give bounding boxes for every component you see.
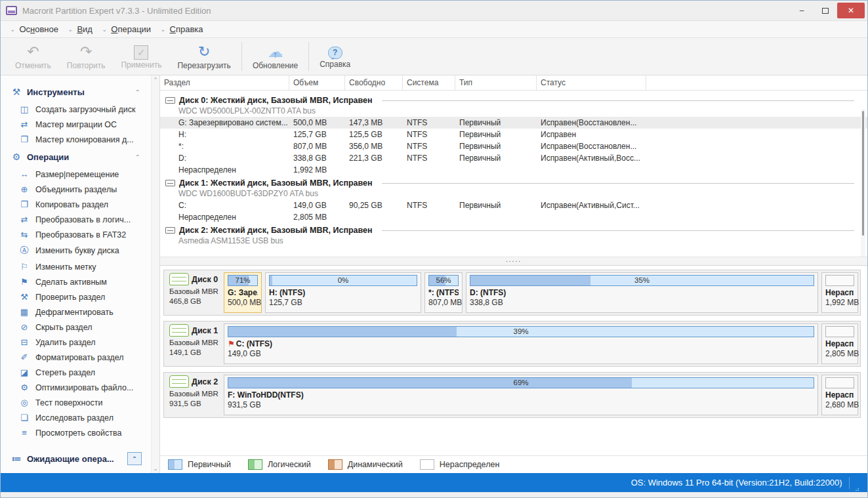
close-button[interactable]: ✕ (837, 3, 865, 18)
sidebar-item[interactable]: ❐Мастер клонирования д... (10, 132, 151, 147)
chevron-up-icon[interactable]: ⌃ (135, 154, 140, 161)
menu-1-item[interactable]: ⌄Основное (9, 24, 65, 34)
resize-grip[interactable]: ⣠ (855, 484, 859, 491)
sidebar-item[interactable]: ▦Дефрагментировать (10, 304, 151, 320)
apply-button: ✓Применить (113, 38, 169, 75)
disk-group-header[interactable]: Диск 0: Жесткий диск, Базовый MBR, Испра… (160, 93, 867, 106)
unallocated-block[interactable]: Нерасп...1,992 MB (821, 272, 858, 313)
sidebar-item[interactable]: ⚑Сделать активным (10, 274, 151, 289)
scroll-up-icon[interactable]: ⌃ (153, 77, 158, 83)
sidebar-item-label: Мастер клонирования д... (35, 135, 134, 144)
table-scrollbar-thumb[interactable] (862, 111, 864, 236)
sidebar-item[interactable]: ◪Стереть раздел (10, 365, 151, 380)
partition-block[interactable]: 0%H: (NTFS)125,7 GB (265, 272, 421, 313)
convert-logical-icon: ⇄ (19, 215, 30, 224)
sidebar-item[interactable]: ✐Форматировать раздел (10, 350, 151, 365)
usage-percent: 0% (270, 276, 417, 284)
table-row[interactable]: G: Зарезервировано систем...500,0 MB147,… (160, 117, 867, 129)
set-active-flag-icon: ⚑ (19, 277, 30, 287)
sidebar-item[interactable]: ⚒Проверить раздел (10, 289, 151, 304)
column-header[interactable]: Тип (455, 75, 537, 90)
menu-2-item[interactable]: ⌄Вид (66, 24, 99, 34)
window-title: Macrorit Partition Expert v7.3.3 - Unlim… (22, 6, 211, 16)
disk-group-header[interactable]: Диск 2: Жесткий диск, Базовый MBR, Испра… (160, 223, 867, 236)
toolbar-button-label: Повторить (67, 61, 106, 70)
section-title: Операции (27, 152, 69, 162)
column-header[interactable]: Объем (289, 75, 345, 90)
partition-label: Нерасп... (825, 288, 854, 297)
sidebar-item[interactable]: ❐Копировать раздел (10, 197, 151, 212)
table-scrollbar[interactable] (861, 109, 865, 257)
hard-drive-icon (169, 273, 189, 285)
scroll-down-icon[interactable]: ⌄ (153, 465, 158, 472)
sidebar-item[interactable]: ⚙Оптимизировать файло... (10, 380, 151, 395)
pending-operations[interactable]: ≔Ожидающие опера...⌃ (10, 446, 151, 469)
pending-collapse-button[interactable]: ⌃ (127, 452, 142, 465)
unallocated-block[interactable]: Нерасп...2,680 MB (821, 375, 858, 415)
table-row[interactable]: Нераспределен2,805 MB (160, 211, 867, 223)
column-header[interactable] (646, 75, 867, 90)
disk-collapse-icon[interactable] (165, 227, 175, 234)
section-title: Инструменты (27, 87, 85, 97)
partition-block[interactable]: 35%D: (NTFS)338,8 GB (466, 272, 818, 313)
partition-label: F: WinToHDD(NTFS) (228, 390, 814, 400)
menu-4-item[interactable]: ⌄Справка (159, 24, 209, 34)
table-row[interactable]: H:125,7 GB125,5 GBNTFSПервичныйИсправен (160, 129, 867, 140)
cell: Первичный (455, 154, 537, 163)
minimize-button[interactable]: – (790, 3, 814, 18)
partition-block[interactable]: 71%G: Заре...500,0 MB (224, 272, 262, 313)
sidebar-item[interactable]: ⊕Объединить разделы (10, 182, 151, 197)
sidebar-item[interactable]: ◫Создать загрузочный диск (10, 102, 151, 117)
sidebar-item[interactable]: ⊟Удалить раздел (10, 335, 151, 350)
sidebar-item[interactable]: ⚐Изменить метку (10, 259, 151, 274)
splitter-handle[interactable]: ..... (160, 257, 867, 266)
partition-block[interactable]: 56%*: (NTFS)807,0 MB (424, 272, 463, 313)
table-row[interactable]: D:338,8 GB221,3 GBNTFSПервичныйИсправен(… (160, 152, 867, 164)
sidebar-item[interactable]: ◎Тест поверхности (10, 395, 151, 410)
disk-collapse-icon[interactable] (165, 180, 175, 186)
sidebar-item[interactable]: ⊘Скрыть раздел (10, 320, 151, 335)
optimize-fs-icon: ⚙ (19, 383, 30, 392)
sidebar-item[interactable]: ⇄Мастер миграции ОС (10, 117, 151, 132)
usage-percent: 56% (429, 276, 458, 284)
sidebar-item[interactable]: ≡Просмотреть свойства (10, 425, 151, 440)
column-header[interactable]: Система (403, 75, 455, 90)
reload-button[interactable]: ↻Перезагрузить (169, 38, 238, 75)
cell: 500,0 MB (289, 118, 345, 127)
column-header[interactable]: Раздел (160, 75, 289, 90)
sidebar-section-operations[interactable]: ⚙Операции⌃ (10, 147, 151, 167)
partition-block[interactable]: 69%F: WinToHDD(NTFS)931,5 GB (224, 375, 818, 415)
sidebar-item[interactable]: ❏Исследовать раздел (10, 410, 151, 425)
menu-label: Справка (170, 24, 203, 34)
sidebar-item[interactable]: ↔Размер|перемещение (10, 167, 151, 182)
disk-group-header[interactable]: Диск 1: Жесткий диск, Базовый MBR, Испра… (160, 176, 867, 188)
toolbar-button-label: Справка (320, 60, 350, 69)
maximize-button[interactable] (814, 3, 837, 18)
table-row[interactable]: Нераспределен1,992 MB (160, 164, 867, 176)
column-header[interactable]: Свободно (345, 75, 403, 90)
menu-3-item[interactable]: ⌄Операции (100, 24, 157, 34)
table-row[interactable]: *:807,0 MB356,0 MBNTFSПервичныйИсправен(… (160, 140, 867, 152)
legend-swatch (328, 459, 342, 470)
sidebar-item[interactable]: ⇆Преобразовать в FAT32 (10, 227, 151, 242)
help-button[interactable]: ?Справка (312, 38, 358, 75)
sidebar-scrollbar[interactable]: ⌃ ⌄ (151, 75, 159, 473)
sidebar-item-label: Преобразовать в FAT32 (35, 230, 126, 239)
sidebar-item-label: Сделать активным (35, 278, 107, 287)
sidebar-item[interactable]: ⇄Преобразовать в логич... (10, 212, 151, 227)
legend-swatch (420, 459, 434, 470)
disk-collapse-icon[interactable] (165, 97, 175, 104)
unallocated-block[interactable]: Нерасп...2,805 MB (821, 323, 858, 364)
update-cloud-button[interactable]: ☁↑Обновление (245, 38, 306, 75)
maximize-icon (822, 8, 829, 14)
usage-bar (825, 377, 854, 388)
partition-block[interactable]: 39%⚑C: (NTFS)149,0 GB (224, 323, 818, 364)
sidebar-section-tools[interactable]: ⚒Инструменты⌃ (10, 82, 151, 102)
disk-scheme: Базовый MBR (169, 339, 220, 346)
usage-bar: 56% (428, 275, 459, 286)
table-row[interactable]: C:149,0 GB90,25 GBNTFSПервичныйИсправен(… (160, 199, 867, 211)
chevron-up-icon[interactable]: ⌃ (135, 89, 140, 96)
sidebar-item[interactable]: ⒶИзменить букву диска (10, 242, 151, 259)
column-header[interactable]: Статус (537, 75, 646, 90)
disk-info: Диск 2Базовый MBR931,5 GB (164, 373, 222, 417)
